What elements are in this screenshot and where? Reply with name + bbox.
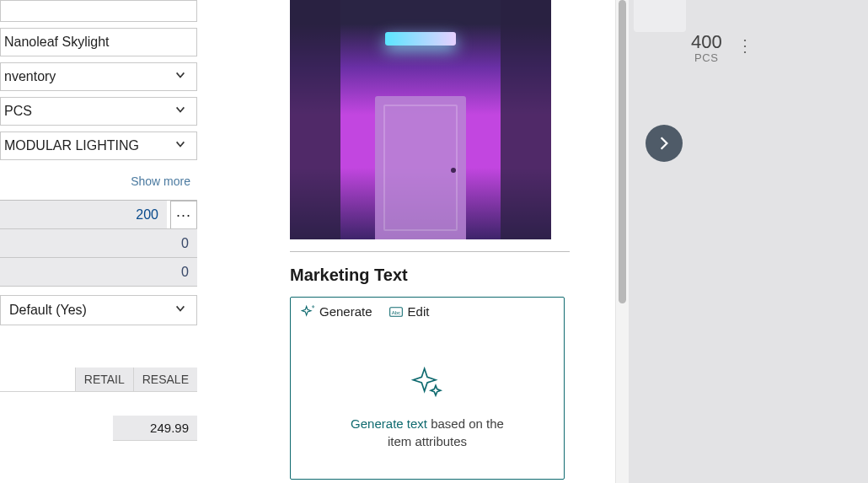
image-wall-right (501, 0, 551, 239)
price-row: 249.99 (0, 416, 197, 441)
edit-icon: Abc (389, 306, 403, 318)
value-3: 0 (181, 265, 189, 280)
uom-label: PCS (4, 104, 32, 119)
value-1-cell[interactable]: 200 (0, 201, 167, 228)
vertical-scrollbar[interactable] (615, 0, 629, 483)
product-image[interactable] (290, 0, 551, 239)
divider (290, 251, 570, 252)
price-headers: RETAIL RESALE (0, 368, 197, 392)
value-2: 0 (181, 236, 189, 251)
value-row-3: 0 (0, 258, 197, 287)
marketing-text-title: Marketing Text (290, 266, 570, 285)
placeholder-rest-2: item attributes (388, 434, 467, 448)
price-cell[interactable]: 249.99 (113, 416, 197, 441)
field-blank-top[interactable] (0, 0, 197, 22)
generate-text-link: Generate text (351, 416, 427, 431)
sparkle-icon (301, 305, 314, 319)
generate-button[interactable]: Generate (301, 304, 372, 319)
image-door (375, 96, 466, 239)
chevron-down-icon (173, 104, 188, 119)
placeholder-text[interactable]: Generate text based on the item attribut… (316, 416, 538, 450)
marketing-toolbar: Generate Abc Edit (291, 298, 564, 324)
chevron-right-icon (656, 136, 672, 151)
value-1: 200 (136, 207, 158, 223)
chevron-down-icon (173, 69, 188, 84)
show-more-link[interactable]: Show more (0, 166, 197, 201)
inventory-label: nventory (4, 69, 56, 84)
inventory-dropdown[interactable]: nventory (0, 62, 197, 91)
placeholder-rest-1: based on the (427, 416, 504, 431)
header-retail[interactable]: RETAIL (75, 368, 133, 391)
image-ceiling-light (385, 32, 456, 46)
sparkle-large-icon (410, 366, 444, 404)
item-name-field[interactable]: Nanoleaf Skylight (0, 28, 197, 56)
center-panel: Marketing Text Generate Abc (290, 0, 570, 483)
default-label: Default (Yes) (9, 303, 87, 318)
marketing-text-box: Generate Abc Edit (290, 297, 565, 480)
next-round-button[interactable] (646, 125, 683, 162)
uom-dropdown[interactable]: PCS (0, 97, 197, 126)
header-resale[interactable]: RESALE (133, 368, 197, 391)
value-2-cell[interactable]: 0 (0, 229, 197, 257)
price-value: 249.99 (150, 421, 189, 435)
category-label: MODULAR LIGHTING (4, 138, 139, 153)
chevron-down-icon (173, 138, 188, 153)
value-3-cell[interactable]: 0 (0, 258, 197, 286)
more-options-button[interactable]: ⋮ (737, 35, 753, 56)
generate-placeholder: Generate text based on the item attribut… (291, 324, 564, 455)
quantity-value: 400 (691, 32, 722, 52)
edit-label: Edit (408, 304, 430, 319)
show-more-label: Show more (131, 174, 190, 188)
center-panel-wrap: Marketing Text Generate Abc (202, 0, 615, 483)
default-dropdown[interactable]: Default (Yes) (0, 295, 197, 325)
scrollbar-thumb[interactable] (619, 0, 626, 303)
category-dropdown[interactable]: MODULAR LIGHTING (0, 131, 197, 160)
right-card-stub (634, 0, 686, 32)
value-row-1: 200 ··· (0, 201, 197, 229)
item-form-panel: Nanoleaf Skylight nventory PCS MODULAR L… (0, 0, 202, 483)
item-name-value: Nanoleaf Skylight (4, 35, 110, 50)
svg-text:Abc: Abc (391, 309, 399, 314)
value-1-more-button[interactable]: ··· (170, 201, 197, 228)
generate-label: Generate (319, 304, 372, 319)
edit-button[interactable]: Abc Edit (389, 304, 430, 319)
quantity-block[interactable]: 400 PCS (691, 32, 722, 64)
side-info-panel: 400 PCS ⋮ (629, 0, 868, 483)
image-wall-left (290, 0, 340, 239)
quantity-unit: PCS (691, 52, 722, 64)
chevron-down-icon (173, 303, 188, 318)
value-row-2: 0 (0, 229, 197, 258)
